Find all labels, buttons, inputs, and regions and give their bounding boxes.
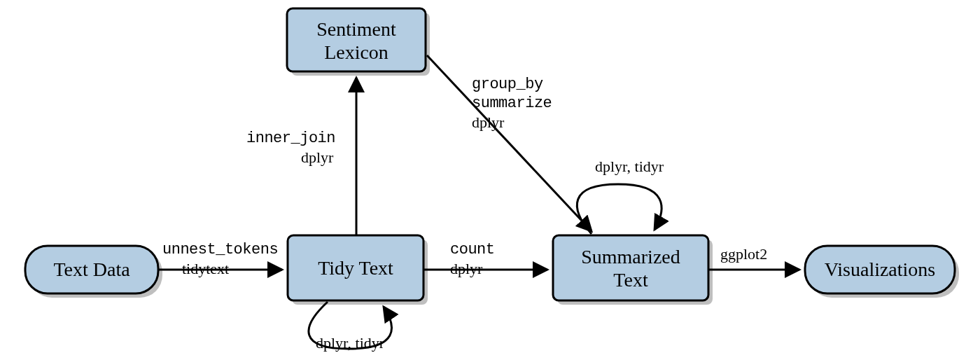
node-text-data: Text Data: [25, 246, 162, 298]
edge-label-ggplot2: ggplot2: [720, 245, 767, 263]
edge-label-inner-join: inner_join: [246, 130, 335, 147]
node-sentiment-lexicon: Sentiment Lexicon: [287, 8, 430, 76]
node-sentiment-lexicon-label-2: Lexicon: [324, 41, 388, 63]
node-sentiment-lexicon-label-1: Sentiment: [316, 18, 396, 40]
node-visualizations: Visualizations: [805, 246, 959, 298]
edge-label-group-by: group_by: [472, 76, 552, 93]
edge-label-unnest-tokens: unnest_tokens: [162, 241, 278, 258]
edge-label-dplyr-ij: dplyr: [246, 148, 335, 167]
edge-label-dplyr-groupby: dplyr: [472, 113, 552, 132]
edge-label-tidytext: tidytext: [162, 260, 278, 278]
node-tidy-text-label: Tidy Text: [318, 257, 393, 279]
edge-label-count: count: [450, 241, 495, 258]
node-summarized-text-label-1: Summarized: [581, 246, 680, 268]
node-text-data-label: Text Data: [53, 258, 130, 280]
edge-label-tidytext-loop: dplyr, tidyr: [316, 334, 384, 352]
edge-label-dplyr-count: dplyr: [450, 260, 495, 278]
node-tidy-text: Tidy Text: [288, 235, 428, 305]
node-summarized-text: Summarized Text: [553, 235, 713, 305]
edge-label-summarized-loop: dplyr, tidyr: [595, 158, 664, 176]
node-visualizations-label: Visualizations: [825, 258, 936, 280]
node-summarized-text-label-2: Text: [613, 269, 648, 291]
edge-summarized-selfloop: [577, 184, 662, 234]
edge-label-summarize: summarize: [472, 95, 552, 112]
